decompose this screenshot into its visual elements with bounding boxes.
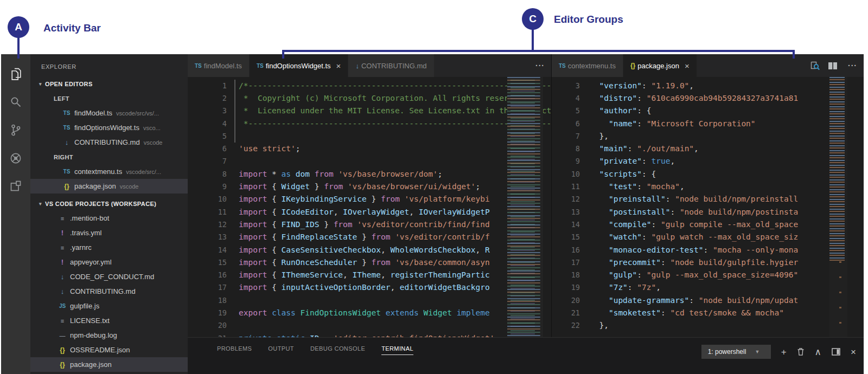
- code-line[interactable]: 15 "watch": "gulp watch --max_old_space_…: [552, 231, 864, 243]
- workspace-file-item[interactable]: {}package.json: [30, 357, 188, 372]
- editor-right[interactable]: 3 "version": "1.19.0",4 "distro": "610ca…: [552, 77, 864, 374]
- extensions-icon[interactable]: [3, 172, 29, 201]
- panel-actions: 1: powershell ▼ +∧×: [701, 345, 856, 359]
- code-line[interactable]: 14 "compile": "gulp compile --max_old_sp…: [552, 218, 864, 230]
- workspace-file-item[interactable]: ≡.yarnrc: [30, 240, 188, 255]
- code-line[interactable]: 7: [188, 155, 551, 167]
- editor-group-right: TScontextmenu.ts{}package.json×··· 3 "ve…: [551, 54, 864, 374]
- debug-icon[interactable]: [3, 144, 29, 172]
- split-terminal-icon[interactable]: [832, 348, 840, 356]
- code-line[interactable]: 5: [188, 130, 551, 142]
- minimap-right[interactable]: [829, 77, 847, 374]
- code-line[interactable]: 20: [188, 319, 551, 332]
- code-line[interactable]: 5 "author": {: [552, 105, 864, 117]
- tab-findModel.ts[interactable]: TSfindModel.ts: [188, 54, 250, 77]
- workspace-file-item[interactable]: {}OSSREADME.json: [30, 343, 188, 357]
- code-line[interactable]: 13 "postinstall": "node build/npm/postin…: [552, 205, 864, 218]
- line-number: 13: [552, 208, 580, 216]
- line-number: 16: [188, 270, 227, 279]
- workspace-file-item[interactable]: !.travis.yml: [30, 225, 188, 240]
- code-line[interactable]: 20 "update-grammars": "node build/npm/up…: [552, 294, 864, 306]
- code-line[interactable]: 19 "7z": "7z",: [552, 281, 864, 294]
- code-line[interactable]: 2 * Copyright (c) Microsoft Corporation.…: [188, 92, 551, 104]
- code-line[interactable]: 7 },: [552, 130, 864, 142]
- workspace-file-item[interactable]: ≡LICENSE.txt: [30, 313, 188, 328]
- new-terminal-icon[interactable]: +: [781, 347, 787, 357]
- open-editor-item[interactable]: TSfindOptionsWidget.tsvsco...: [30, 120, 188, 135]
- workspace-file-item[interactable]: ↓CODE_OF_CONDUCT.md: [30, 269, 188, 284]
- panel-tab-debug-console[interactable]: DEBUG CONSOLE: [310, 345, 365, 355]
- code-line[interactable]: 1/*-------------------------------------…: [188, 79, 551, 92]
- code-line[interactable]: 6'use strict';: [188, 142, 551, 154]
- code-line[interactable]: 13import { FindReplaceState } from 'vs/e…: [188, 231, 551, 243]
- workspace-file-item[interactable]: !appveyor.yml: [30, 255, 188, 269]
- workspace-file-item[interactable]: ↓CONTRIBUTING.md: [30, 284, 188, 299]
- code-line[interactable]: 10 "scripts": {: [552, 167, 864, 180]
- code-line[interactable]: 11import { ICodeEditor, IOverlayWidget, …: [188, 205, 551, 218]
- md-file-icon: ↓: [62, 138, 72, 146]
- line-number: 11: [552, 182, 580, 191]
- chevron-down-icon: ▾: [39, 201, 42, 207]
- code-text: "main": "./out/main",: [590, 144, 699, 153]
- more-actions-icon[interactable]: ···: [841, 54, 864, 77]
- panel-tab-output[interactable]: OUTPUT: [268, 345, 294, 355]
- open-editors-header[interactable]: ▾ OPEN EDITORS: [30, 77, 188, 91]
- code-line[interactable]: 3 "version": "1.19.0",: [552, 79, 864, 92]
- source-control-icon[interactable]: [3, 116, 29, 144]
- file-name: CONTRIBUTING.md: [70, 287, 136, 295]
- code-line[interactable]: 10import { IKeybindingService } from 'vs…: [188, 193, 551, 205]
- code-line[interactable]: 8import * as dom from 'vs/base/browser/d…: [188, 167, 551, 180]
- code-line[interactable]: 19export class FindOptionsWidget extends…: [188, 306, 551, 319]
- code-line[interactable]: 9 "private": true,: [552, 155, 864, 167]
- open-editor-item[interactable]: ↓CONTRIBUTING.mdvscode: [30, 135, 188, 150]
- code-line[interactable]: 9import { Widget } from 'vs/base/browser…: [188, 180, 551, 192]
- close-icon[interactable]: ×: [685, 61, 690, 70]
- workspace-file-item[interactable]: ≡.mention-bot: [30, 211, 188, 225]
- code-line[interactable]: 6 "name": "Microsoft Corporation": [552, 117, 864, 130]
- open-editor-item[interactable]: TSfindModel.tsvscode/src/vs/...: [30, 106, 188, 120]
- maximize-panel-icon[interactable]: ∧: [815, 347, 821, 357]
- code-line[interactable]: 22 },: [552, 319, 864, 332]
- open-preview-icon[interactable]: [806, 54, 824, 77]
- code-line[interactable]: 15import { RunOnceScheduler } from 'vs/b…: [188, 256, 551, 268]
- editor-left[interactable]: 1/*-------------------------------------…: [188, 77, 551, 374]
- code-line[interactable]: 14import { CaseSensitiveCheckbox, WholeW…: [188, 243, 551, 256]
- close-panel-icon[interactable]: ×: [851, 347, 856, 357]
- code-text: "update-grammars": "node build/npm/updat: [590, 296, 798, 305]
- search-icon[interactable]: [3, 88, 29, 116]
- code-line[interactable]: 16 "monaco-editor-test": "mocha --only-m…: [552, 243, 864, 256]
- workspace-file-item[interactable]: —npm-debug.log: [30, 328, 188, 343]
- line-number: 6: [552, 119, 580, 128]
- code-line[interactable]: 8 "main": "./out/main",: [552, 142, 864, 154]
- tab-label: findModel.ts: [204, 62, 242, 70]
- minimap-left[interactable]: [507, 77, 543, 374]
- terminal-select[interactable]: 1: powershell ▼: [701, 345, 771, 359]
- code-line[interactable]: 12 "preinstall": "node build/npm/preinst…: [552, 193, 864, 205]
- file-name: findModel.ts: [74, 109, 112, 117]
- explorer-icon[interactable]: [3, 60, 29, 88]
- panel-tab-problems[interactable]: PROBLEMS: [217, 345, 252, 355]
- kill-terminal-icon[interactable]: [797, 347, 805, 356]
- code-line[interactable]: 18 "gulp": "gulp --max_old_space_size=40…: [552, 268, 864, 281]
- code-text: "7z": "7z",: [590, 283, 661, 292]
- split-editor-icon[interactable]: [824, 54, 841, 77]
- open-editor-item[interactable]: TScontextmenu.tsvscode/src/...: [30, 164, 188, 179]
- code-text: import { CaseSensitiveCheckbox, WholeWor…: [239, 246, 490, 254]
- code-line[interactable]: 16import { IThemeService, ITheme, regist…: [188, 268, 551, 281]
- code-line[interactable]: 4 *-------------------------------------…: [188, 117, 551, 130]
- code-line[interactable]: 18: [188, 294, 551, 306]
- panel-tab-terminal[interactable]: TERMINAL: [381, 345, 413, 355]
- annotation-a-label: Activity Bar: [43, 22, 101, 34]
- open-editor-item[interactable]: {}package.jsonvscode: [30, 179, 188, 194]
- code-line[interactable]: 21 "smoketest": "cd test/smoke && mocha": [552, 306, 864, 319]
- code-line[interactable]: 11 "test": "mocha",: [552, 180, 864, 192]
- workspace-header[interactable]: ▾ VS CODE PROJECTS (WORKSPACE): [30, 197, 188, 211]
- code-line[interactable]: 17import { inputActiveOptionBorder, edit…: [188, 281, 551, 294]
- code-line[interactable]: 17 "precommit": "node build/gulpfile.hyg…: [552, 256, 864, 268]
- code-line[interactable]: 12import { FIND_IDS } from 'vs/editor/co…: [188, 218, 551, 230]
- workspace-file-item[interactable]: JSgulpfile.js: [30, 299, 188, 313]
- code-line[interactable]: 3 * Licensed under the MIT License. See …: [188, 105, 551, 117]
- tab-label: contextmenu.ts: [568, 62, 616, 70]
- close-icon[interactable]: ×: [336, 61, 341, 70]
- code-line[interactable]: 4 "distro": "610ca6990cab94b59284327a374…: [552, 92, 864, 104]
